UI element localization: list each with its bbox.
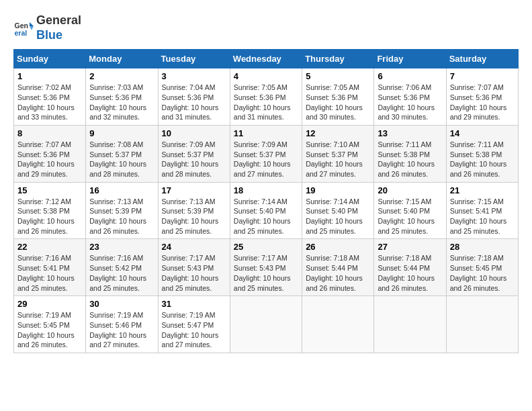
- day-number: 21: [450, 185, 515, 195]
- calendar-week-row: 29 Sunrise: 7:19 AM Sunset: 5:45 PM Dayl…: [14, 296, 519, 353]
- day-info: Sunrise: 7:08 AM Sunset: 5:37 PM Dayligh…: [89, 140, 154, 179]
- calendar-day-cell: 26 Sunrise: 7:18 AM Sunset: 5:44 PM Dayl…: [302, 239, 374, 296]
- day-info: Sunrise: 7:09 AM Sunset: 5:37 PM Dayligh…: [234, 140, 298, 179]
- calendar-day-cell: 12 Sunrise: 7:10 AM Sunset: 5:37 PM Dayl…: [302, 125, 374, 182]
- day-number: 16: [89, 185, 154, 195]
- calendar-day-cell: 24 Sunrise: 7:17 AM Sunset: 5:43 PM Dayl…: [158, 239, 230, 296]
- day-number: 23: [89, 242, 154, 252]
- calendar-day-cell: 2 Sunrise: 7:03 AM Sunset: 5:36 PM Dayli…: [86, 68, 158, 126]
- svg-text:eral: eral: [15, 28, 28, 36]
- calendar-day-cell: 21 Sunrise: 7:15 AM Sunset: 5:41 PM Dayl…: [446, 182, 518, 239]
- day-number: 25: [234, 242, 298, 252]
- day-number: 10: [162, 128, 226, 138]
- day-number: 20: [378, 185, 442, 195]
- calendar-day-cell: 15 Sunrise: 7:12 AM Sunset: 5:38 PM Dayl…: [14, 182, 86, 239]
- calendar-day-cell: 18 Sunrise: 7:14 AM Sunset: 5:40 PM Dayl…: [230, 182, 302, 239]
- day-number: 22: [17, 242, 82, 252]
- calendar-week-row: 8 Sunrise: 7:07 AM Sunset: 5:36 PM Dayli…: [14, 125, 519, 182]
- logo-text: General Blue: [36, 13, 81, 42]
- day-info: Sunrise: 7:09 AM Sunset: 5:37 PM Dayligh…: [162, 140, 226, 179]
- day-number: 30: [89, 299, 154, 309]
- day-info: Sunrise: 7:05 AM Sunset: 5:36 PM Dayligh…: [306, 83, 370, 122]
- calendar-day-cell: 11 Sunrise: 7:09 AM Sunset: 5:37 PM Dayl…: [230, 125, 302, 182]
- calendar-day-cell: 25 Sunrise: 7:17 AM Sunset: 5:43 PM Dayl…: [230, 239, 302, 296]
- day-number: 8: [17, 128, 82, 138]
- calendar-day-cell: 31 Sunrise: 7:19 AM Sunset: 5:47 PM Dayl…: [158, 296, 230, 353]
- calendar-day-cell: 1 Sunrise: 7:02 AM Sunset: 5:36 PM Dayli…: [14, 68, 86, 126]
- day-number: 24: [162, 242, 226, 252]
- day-info: Sunrise: 7:12 AM Sunset: 5:38 PM Dayligh…: [17, 197, 82, 236]
- day-number: 5: [306, 71, 370, 81]
- calendar-week-row: 15 Sunrise: 7:12 AM Sunset: 5:38 PM Dayl…: [14, 182, 519, 239]
- day-info: Sunrise: 7:19 AM Sunset: 5:45 PM Dayligh…: [17, 310, 82, 350]
- calendar-day-cell: 10 Sunrise: 7:09 AM Sunset: 5:37 PM Dayl…: [158, 125, 230, 182]
- calendar-day-cell: 13 Sunrise: 7:11 AM Sunset: 5:38 PM Dayl…: [374, 125, 446, 182]
- day-info: Sunrise: 7:11 AM Sunset: 5:38 PM Dayligh…: [450, 140, 515, 179]
- day-number: 6: [378, 71, 442, 81]
- weekday-header: Sunday: [14, 50, 86, 68]
- day-number: 17: [162, 185, 226, 195]
- calendar-week-row: 22 Sunrise: 7:16 AM Sunset: 5:41 PM Dayl…: [14, 239, 519, 296]
- day-number: 18: [234, 185, 298, 195]
- day-number: 1: [17, 71, 82, 81]
- weekday-header: Thursday: [302, 50, 374, 68]
- day-info: Sunrise: 7:05 AM Sunset: 5:36 PM Dayligh…: [234, 83, 298, 122]
- day-number: 19: [306, 185, 370, 195]
- day-number: 4: [234, 71, 298, 81]
- day-info: Sunrise: 7:13 AM Sunset: 5:39 PM Dayligh…: [162, 197, 226, 236]
- calendar-day-cell: 19 Sunrise: 7:14 AM Sunset: 5:40 PM Dayl…: [302, 182, 374, 239]
- day-number: 11: [234, 128, 298, 138]
- day-info: Sunrise: 7:17 AM Sunset: 5:43 PM Dayligh…: [234, 253, 298, 293]
- day-info: Sunrise: 7:14 AM Sunset: 5:40 PM Dayligh…: [234, 197, 298, 236]
- day-info: Sunrise: 7:16 AM Sunset: 5:41 PM Dayligh…: [17, 253, 82, 293]
- calendar-day-cell: 27 Sunrise: 7:18 AM Sunset: 5:44 PM Dayl…: [374, 239, 446, 296]
- day-number: 2: [89, 71, 154, 81]
- calendar-day-cell: 6 Sunrise: 7:06 AM Sunset: 5:36 PM Dayli…: [374, 68, 446, 126]
- calendar-day-cell: 22 Sunrise: 7:16 AM Sunset: 5:41 PM Dayl…: [14, 239, 86, 296]
- day-info: Sunrise: 7:06 AM Sunset: 5:36 PM Dayligh…: [378, 83, 442, 122]
- day-info: Sunrise: 7:15 AM Sunset: 5:41 PM Dayligh…: [450, 197, 515, 236]
- day-info: Sunrise: 7:17 AM Sunset: 5:43 PM Dayligh…: [162, 253, 226, 293]
- day-info: Sunrise: 7:16 AM Sunset: 5:42 PM Dayligh…: [89, 253, 154, 293]
- logo: Gen eral General Blue: [13, 13, 81, 42]
- weekday-header: Wednesday: [230, 50, 302, 68]
- calendar-day-cell: 7 Sunrise: 7:07 AM Sunset: 5:36 PM Dayli…: [446, 68, 518, 126]
- day-info: Sunrise: 7:18 AM Sunset: 5:44 PM Dayligh…: [306, 253, 370, 293]
- calendar-day-cell: 8 Sunrise: 7:07 AM Sunset: 5:36 PM Dayli…: [14, 125, 86, 182]
- day-number: 12: [306, 128, 370, 138]
- calendar-day-cell: [446, 296, 518, 353]
- calendar-day-cell: 16 Sunrise: 7:13 AM Sunset: 5:39 PM Dayl…: [86, 182, 158, 239]
- day-number: 3: [162, 71, 226, 81]
- calendar-day-cell: [302, 296, 374, 353]
- calendar-day-cell: 29 Sunrise: 7:19 AM Sunset: 5:45 PM Dayl…: [14, 296, 86, 353]
- calendar-day-cell: [374, 296, 446, 353]
- svg-marker-2: [30, 22, 34, 26]
- calendar-day-cell: 4 Sunrise: 7:05 AM Sunset: 5:36 PM Dayli…: [230, 68, 302, 126]
- day-info: Sunrise: 7:10 AM Sunset: 5:37 PM Dayligh…: [306, 140, 370, 179]
- calendar-day-cell: 28 Sunrise: 7:18 AM Sunset: 5:45 PM Dayl…: [446, 239, 518, 296]
- day-info: Sunrise: 7:07 AM Sunset: 5:36 PM Dayligh…: [450, 83, 515, 122]
- calendar-day-cell: 5 Sunrise: 7:05 AM Sunset: 5:36 PM Dayli…: [302, 68, 374, 126]
- day-number: 31: [162, 299, 226, 309]
- day-info: Sunrise: 7:18 AM Sunset: 5:45 PM Dayligh…: [450, 253, 515, 293]
- calendar-day-cell: [230, 296, 302, 353]
- weekday-header: Saturday: [446, 50, 518, 68]
- day-info: Sunrise: 7:18 AM Sunset: 5:44 PM Dayligh…: [378, 253, 442, 293]
- day-info: Sunrise: 7:02 AM Sunset: 5:36 PM Dayligh…: [17, 83, 82, 122]
- day-info: Sunrise: 7:13 AM Sunset: 5:39 PM Dayligh…: [89, 197, 154, 236]
- day-number: 13: [378, 128, 442, 138]
- calendar-day-cell: 3 Sunrise: 7:04 AM Sunset: 5:36 PM Dayli…: [158, 68, 230, 126]
- day-number: 28: [450, 242, 515, 252]
- day-number: 7: [450, 71, 515, 81]
- calendar-header-row: SundayMondayTuesdayWednesdayThursdayFrid…: [14, 50, 519, 68]
- calendar-day-cell: 20 Sunrise: 7:15 AM Sunset: 5:40 PM Dayl…: [374, 182, 446, 239]
- calendar-day-cell: 23 Sunrise: 7:16 AM Sunset: 5:42 PM Dayl…: [86, 239, 158, 296]
- weekday-header: Friday: [374, 50, 446, 68]
- weekday-header: Tuesday: [158, 50, 230, 68]
- day-info: Sunrise: 7:04 AM Sunset: 5:36 PM Dayligh…: [162, 83, 226, 122]
- day-number: 27: [378, 242, 442, 252]
- day-info: Sunrise: 7:11 AM Sunset: 5:38 PM Dayligh…: [378, 140, 442, 179]
- calendar-day-cell: 30 Sunrise: 7:19 AM Sunset: 5:46 PM Dayl…: [86, 296, 158, 353]
- day-info: Sunrise: 7:15 AM Sunset: 5:40 PM Dayligh…: [378, 197, 442, 236]
- weekday-header: Monday: [86, 50, 158, 68]
